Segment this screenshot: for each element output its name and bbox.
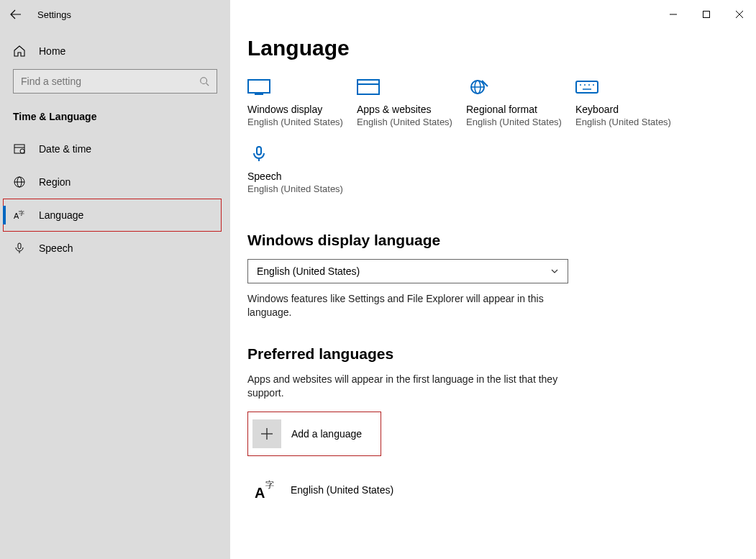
- maximize-icon: [703, 11, 710, 18]
- content: Language Windows display English (United…: [230, 29, 756, 512]
- tile-label: Windows display: [247, 104, 357, 115]
- sidebar-item-label: Region: [39, 176, 70, 188]
- tile-label: Regional format: [466, 104, 575, 115]
- titlebar: [230, 0, 756, 29]
- svg-text:字: 字: [265, 480, 274, 490]
- dropdown-value: English (United States): [257, 265, 360, 277]
- display-icon: [247, 79, 270, 95]
- tile-label: Speech: [247, 171, 357, 182]
- sidebar-home-label: Home: [39, 45, 65, 57]
- tile-regional-format[interactable]: Regional format English (United States): [466, 79, 575, 127]
- search-icon: [199, 76, 209, 86]
- language-item-label: English (United States): [291, 484, 393, 496]
- display-language-heading: Windows display language: [247, 232, 739, 249]
- globe-icon: [466, 79, 489, 95]
- add-language-label: Add a language: [291, 428, 362, 440]
- tile-label: Apps & websites: [357, 104, 466, 115]
- preferred-languages-heading: Preferred languages: [247, 345, 739, 363]
- sidebar-item-speech[interactable]: Speech: [0, 232, 230, 265]
- sidebar-header: Settings: [0, 0, 230, 29]
- tile-label: Keyboard: [575, 104, 685, 115]
- display-language-help: Windows features like Settings and File …: [247, 292, 568, 319]
- minimize-button[interactable]: [657, 0, 690, 29]
- svg-rect-18: [357, 80, 379, 94]
- microphone-icon: [247, 146, 270, 162]
- sidebar-home[interactable]: Home: [0, 36, 230, 66]
- window-icon: [357, 79, 380, 95]
- main: Language Windows display English (United…: [230, 0, 756, 559]
- microphone-icon: [13, 242, 26, 255]
- keyboard-icon: [575, 79, 598, 95]
- home-icon: [13, 45, 26, 58]
- sidebar-item-label: Date & time: [39, 143, 91, 155]
- svg-rect-16: [248, 80, 270, 93]
- sidebar-item-label: Speech: [39, 242, 73, 254]
- svg-rect-13: [703, 12, 710, 18]
- arrow-left-icon: [10, 9, 22, 20]
- search-box[interactable]: [13, 69, 217, 94]
- add-language-button[interactable]: Add a language: [247, 412, 381, 456]
- tile-detail: English (United States): [247, 117, 357, 127]
- minimize-icon: [670, 11, 677, 18]
- tile-detail: English (United States): [466, 117, 575, 127]
- close-button[interactable]: [723, 0, 756, 29]
- sidebar-item-language[interactable]: A字 Language: [3, 199, 222, 232]
- tile-keyboard[interactable]: Keyboard English (United States): [575, 79, 685, 127]
- svg-point-4: [20, 149, 24, 153]
- search-input[interactable]: [21, 76, 199, 87]
- svg-text:A: A: [255, 485, 265, 501]
- chevron-down-icon: [550, 267, 559, 276]
- back-button[interactable]: [9, 7, 23, 22]
- tile-detail: English (United States): [575, 117, 685, 127]
- tile-apps-websites[interactable]: Apps & websites English (United States): [357, 79, 466, 127]
- sidebar-item-label: Language: [39, 209, 83, 221]
- globe-icon: [13, 176, 26, 188]
- sidebar: Settings Home Time & Language Date & tim…: [0, 0, 230, 559]
- sidebar-item-region[interactable]: Region: [0, 165, 230, 199]
- svg-rect-24: [576, 81, 598, 93]
- sidebar-item-date-time[interactable]: Date & time: [0, 132, 230, 165]
- language-item[interactable]: A字 English (United States): [247, 468, 739, 512]
- close-icon: [736, 11, 743, 18]
- svg-line-1: [206, 83, 209, 86]
- tiles-row: Windows display English (United States) …: [247, 79, 739, 213]
- tile-windows-display[interactable]: Windows display English (United States): [247, 79, 357, 127]
- page-title: Language: [247, 36, 739, 60]
- sidebar-body: Home Time & Language Date & time Region …: [0, 29, 230, 265]
- svg-text:字: 字: [19, 210, 24, 217]
- tile-detail: English (United States): [247, 183, 357, 194]
- tile-detail: English (United States): [357, 117, 466, 127]
- maximize-button[interactable]: [690, 0, 723, 29]
- sidebar-category: Time & Language: [0, 104, 230, 132]
- preferred-languages-help: Apps and websites will appear in the fir…: [247, 373, 568, 400]
- language-ime-icon: A字: [252, 476, 281, 504]
- svg-rect-10: [18, 243, 21, 249]
- plus-icon: [252, 419, 281, 448]
- language-icon: A字: [13, 209, 26, 222]
- calendar-clock-icon: [13, 142, 26, 155]
- tile-speech[interactable]: Speech English (United States): [247, 146, 357, 194]
- app-title: Settings: [37, 9, 71, 20]
- svg-point-0: [201, 78, 207, 84]
- svg-rect-30: [257, 147, 261, 155]
- display-language-dropdown[interactable]: English (United States): [247, 259, 568, 283]
